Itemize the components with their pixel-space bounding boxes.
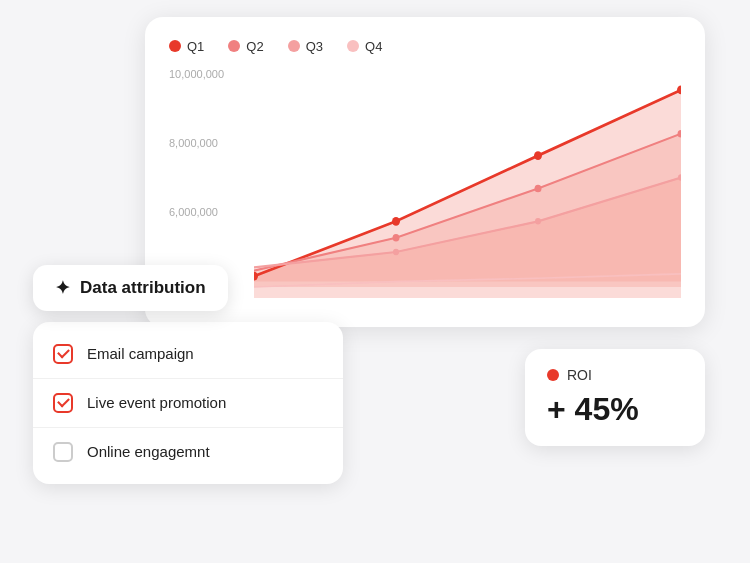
svg-point-4 <box>392 216 400 225</box>
legend-item-q3: Q3 <box>288 39 323 54</box>
scene: Q1 Q2 Q3 Q4 10,000,0008,000,0006,000,000… <box>15 17 735 547</box>
checklist-card: Email campaignLive event promotionOnline… <box>33 322 343 484</box>
chart-y-labels: 10,000,0008,000,0006,000,0004,000,000 <box>169 68 224 298</box>
legend-item-q2: Q2 <box>228 39 263 54</box>
legend-item-q4: Q4 <box>347 39 382 54</box>
legend-dot <box>347 40 359 52</box>
chart-legend: Q1 Q2 Q3 Q4 <box>169 39 681 54</box>
data-attribution-label: Data attribution <box>80 278 206 298</box>
roi-card: ROI + 45% <box>525 349 705 446</box>
svg-point-8 <box>535 184 542 192</box>
checklist-item-label: Live event promotion <box>87 394 226 411</box>
legend-label: Q2 <box>246 39 263 54</box>
chart-y-label: 10,000,000 <box>169 68 224 80</box>
chart-area: 10,000,0008,000,0006,000,0004,000,000 <box>169 68 681 298</box>
roi-dot <box>547 369 559 381</box>
roi-value: + 45% <box>547 391 683 428</box>
legend-dot <box>169 40 181 52</box>
checklist-item-label: Email campaign <box>87 345 194 362</box>
svg-point-5 <box>534 151 542 160</box>
chart-card: Q1 Q2 Q3 Q4 10,000,0008,000,0006,000,000… <box>145 17 705 327</box>
data-attribution-badge: ✦ Data attribution <box>33 265 228 311</box>
roi-label-row: ROI <box>547 367 683 383</box>
chart-y-label: 6,000,000 <box>169 206 224 218</box>
svg-point-10 <box>393 248 399 255</box>
checklist-item[interactable]: Online engagemnt <box>33 428 343 476</box>
checklist-item[interactable]: Live event promotion <box>33 379 343 428</box>
checkbox[interactable] <box>53 344 73 364</box>
legend-label: Q3 <box>306 39 323 54</box>
chart-y-label: 8,000,000 <box>169 137 224 149</box>
svg-point-7 <box>393 233 400 241</box>
checkbox[interactable] <box>53 442 73 462</box>
roi-label-text: ROI <box>567 367 592 383</box>
legend-item-q1: Q1 <box>169 39 204 54</box>
legend-dot <box>288 40 300 52</box>
checkbox[interactable] <box>53 393 73 413</box>
checklist-item-label: Online engagemnt <box>87 443 210 460</box>
sparkle-icon: ✦ <box>55 277 70 299</box>
chart-svg-area <box>254 68 681 298</box>
checklist-item[interactable]: Email campaign <box>33 330 343 379</box>
legend-dot <box>228 40 240 52</box>
legend-label: Q4 <box>365 39 382 54</box>
svg-point-11 <box>535 218 541 225</box>
legend-label: Q1 <box>187 39 204 54</box>
